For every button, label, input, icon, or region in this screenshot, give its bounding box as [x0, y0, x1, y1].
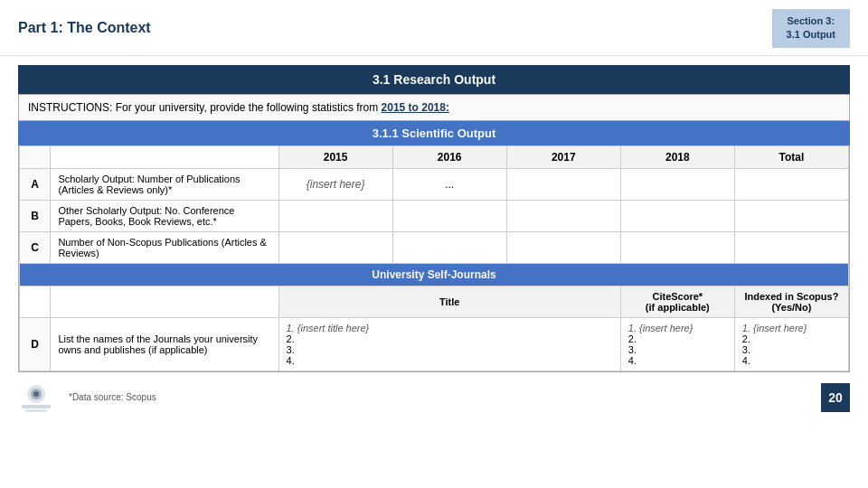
footer-logo: *Data source: Scopus — [18, 381, 156, 414]
col-header-citescore: CiteScore* (if applicable) — [620, 286, 734, 317]
col-header-indexed: Indexed in Scopus? (Yes/No) — [734, 286, 848, 317]
row-label-d: D — [20, 317, 51, 371]
footer-data-source: *Data source: Scopus — [69, 392, 156, 402]
logo-icon — [18, 381, 54, 414]
empty-header-label — [20, 145, 51, 168]
empty-header-desc — [51, 145, 278, 168]
page-number: 20 — [821, 383, 850, 412]
row-desc-b: Other Scholarly Output: No. Conference P… — [51, 200, 278, 231]
row-label-a: A — [20, 168, 51, 200]
row-a-2016: ... — [392, 168, 506, 200]
row-d-citescores: 1. {insert here} 2. 3. 4. — [620, 317, 734, 371]
col-header-total: Total — [734, 145, 848, 168]
svg-point-2 — [33, 391, 39, 397]
row-a-2017 — [506, 168, 620, 200]
table-row: B Other Scholarly Output: No. Conference… — [20, 200, 849, 231]
table-row-d: D List the names of the Journals your un… — [20, 317, 849, 371]
journals-heading-row: University Self-Journals — [20, 263, 849, 286]
row-c-2017 — [506, 231, 620, 263]
journals-heading: University Self-Journals — [20, 263, 849, 286]
svg-rect-3 — [22, 405, 51, 408]
empty-cell — [51, 286, 278, 317]
row-c-2015 — [278, 231, 392, 263]
row-desc-a: Scholarly Output: Number of Publications… — [51, 168, 278, 200]
journals-subheader: Title CiteScore* (if applicable) Indexed… — [20, 286, 849, 317]
col-header-2018: 2018 — [620, 145, 734, 168]
row-c-2018 — [620, 231, 734, 263]
row-c-2016 — [392, 231, 506, 263]
subsection-heading: 3.1.1 Scientific Output — [18, 121, 850, 145]
table-row: A Scholarly Output: Number of Publicatio… — [20, 168, 849, 200]
row-b-2017 — [506, 200, 620, 231]
col-header-2016: 2016 — [392, 145, 506, 168]
instructions-row: INSTRUCTIONS: For your university, provi… — [18, 94, 850, 121]
col-header-title: Title — [278, 286, 620, 317]
scientific-output-table: 2015 2016 2017 2018 Total A Scholarly Ou… — [18, 145, 850, 372]
row-a-2018 — [620, 168, 734, 200]
section-badge: Section 3: 3.1 Output — [772, 9, 850, 48]
page-footer: *Data source: Scopus 20 — [0, 376, 868, 419]
row-a-total — [734, 168, 848, 200]
col-header-2017: 2017 — [506, 145, 620, 168]
page-title: Part 1: The Context — [18, 20, 151, 36]
section-heading: 3.1 Research Output — [18, 65, 850, 94]
row-a-2015: {insert here} — [278, 168, 392, 200]
empty-cell — [20, 286, 51, 317]
row-label-b: B — [20, 200, 51, 231]
row-c-total — [734, 231, 848, 263]
row-desc-d: List the names of the Journals your univ… — [51, 317, 278, 371]
col-header-2015: 2015 — [278, 145, 392, 168]
row-label-c: C — [20, 231, 51, 263]
row-d-titles: 1. {insert title here} 2. 3. 4. — [278, 317, 620, 371]
row-b-2018 — [620, 200, 734, 231]
svg-rect-4 — [25, 409, 47, 412]
row-d-indexed: 1. {insert here} 2. 3. 4. — [734, 317, 848, 371]
row-desc-c: Number of Non-Scopus Publications (Artic… — [51, 231, 278, 263]
table-row: C Number of Non-Scopus Publications (Art… — [20, 231, 849, 263]
page-header: Part 1: The Context Section 3: 3.1 Outpu… — [0, 0, 868, 56]
row-b-2016 — [392, 200, 506, 231]
row-b-2015 — [278, 200, 392, 231]
row-b-total — [734, 200, 848, 231]
